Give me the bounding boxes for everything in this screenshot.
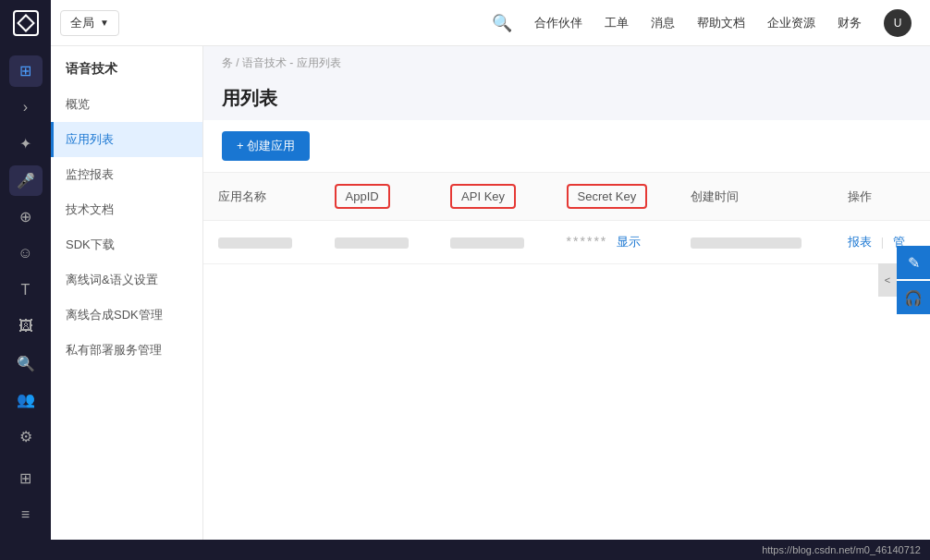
show-secret-link[interactable]: 显示 [617,235,641,249]
table-row: ****** 显示 报表 | 管 [203,221,930,264]
headset-icon: 🎧 [904,289,923,307]
created-masked [691,237,802,249]
nav-partner[interactable]: 合作伙伴 [534,15,582,31]
content-panel: + 创建应用 应用名称 AppID API Key [203,120,930,540]
appid-highlight: AppID [335,184,390,209]
nav-finance[interactable]: 财务 [838,15,862,31]
page-title: 用列表 [222,88,277,108]
table-header-row: 应用名称 AppID API Key Secret Key [203,173,930,221]
nav-message[interactable]: 消息 [651,15,675,31]
toolbar: + 创建应用 [203,120,930,173]
cell-created [676,221,833,264]
sidebar-item-offline-sdk[interactable]: 离线合成SDK管理 [51,298,202,333]
apikey-masked [450,237,524,249]
sidebar-icon-settings[interactable]: ✦ [9,128,43,160]
status-url: https://blog.csdn.net/m0_46140712 [762,544,921,555]
cell-apikey [435,221,552,264]
right-action-panel: < ✎ 🎧 [878,246,930,314]
avatar-text: U [894,17,902,30]
nav-ticket[interactable]: 工单 [605,15,629,31]
sidebar-icon-search[interactable]: 🔍 [9,347,43,379]
sidebar-section-title: 语音技术 [51,46,202,87]
logo-inner [17,14,35,32]
secretkey-highlight: Secret Key [567,184,648,209]
col-appname: 应用名称 [203,173,320,221]
top-nav-right: 🔍 合作伙伴 工单 消息 帮助文档 企业资源 财务 U [492,9,912,37]
sidebar-icon-image[interactable]: 🖼 [9,311,43,343]
sidebar-icon-dashboard[interactable]: ⊞ [9,55,43,87]
headset-action-button[interactable]: 🎧 [897,281,930,314]
sidebar-item-techdoc[interactable]: 技术文档 [51,192,202,227]
cell-appid [320,221,436,264]
sidebar-item-sdk[interactable]: SDK下载 [51,227,202,262]
sidebar-item-overview[interactable]: 概览 [51,87,202,122]
global-selector[interactable]: 全局 ▼ [60,10,119,36]
breadcrumb-part2: 语音技术 - 应用列表 [242,56,341,69]
collapse-icon: < [885,274,890,286]
col-created: 创建时间 [676,173,833,221]
sidebar-icon-gear[interactable]: ⚙ [9,420,43,452]
sidebar-icon-globe[interactable]: ⊕ [9,201,43,233]
sidebar-icon-people[interactable]: 👥 [9,384,43,416]
breadcrumb-part1: 务 [222,56,233,69]
sidebar-icon-text[interactable]: T [9,274,43,306]
logo-shape [13,10,39,36]
secondary-sidebar: 语音技术 概览 应用列表 监控报表 技术文档 SDK下载 离线词&语义设置 离线… [51,46,203,540]
appid-masked [335,237,409,249]
apikey-highlight: API Key [450,184,516,209]
col-appid: AppID [320,173,436,221]
sidebar-icon-mic[interactable]: 🎤 [9,165,43,197]
app-table: 应用名称 AppID API Key Secret Key [203,173,930,264]
top-navigation: 全局 ▼ 🔍 合作伙伴 工单 消息 帮助文档 企业资源 财务 U [0,0,930,46]
nav-enterprise[interactable]: 企业资源 [767,15,815,31]
sidebar-icon-face[interactable]: ☺ [9,238,43,270]
global-label: 全局 [70,15,94,31]
right-action-container: < ✎ 🎧 [878,246,930,314]
chevron-down-icon: ▼ [100,18,109,28]
sidebar-item-applist[interactable]: 应用列表 [51,122,202,157]
sidebar-icon-menu[interactable]: ≡ [9,499,43,530]
content-area: 务 / 语音技术 - 应用列表 用列表 + 创建应用 应用名称 [203,46,930,540]
sidebar-item-monitor[interactable]: 监控报表 [51,157,202,192]
page-header: 用列表 [203,80,930,120]
action-report-link[interactable]: 报表 [848,235,872,249]
col-apikey: API Key [435,173,552,221]
status-bar: https://blog.csdn.net/m0_46140712 [0,540,930,560]
nav-help[interactable]: 帮助文档 [697,15,745,31]
search-icon[interactable]: 🔍 [492,13,512,33]
edit-icon: ✎ [908,254,920,272]
sidebar-icon-expand[interactable]: › [9,92,43,124]
col-actions: 操作 [833,173,930,221]
sidebar-item-offline-words[interactable]: 离线词&语义设置 [51,262,202,298]
edit-action-button[interactable]: ✎ [897,246,930,279]
breadcrumb-sep: / [236,56,242,69]
right-buttons: ✎ 🎧 [897,246,930,314]
secret-value: ****** [567,234,608,249]
sidebar-icon-apps[interactable]: ⊞ [9,463,43,494]
left-sidebar: ⊞ › ✦ 🎤 ⊕ ☺ T 🖼 🔍 👥 ⚙ ⊞ ≡ [0,46,51,540]
col-secretkey: Secret Key [552,173,676,221]
breadcrumb: 务 / 语音技术 - 应用列表 [203,46,930,80]
main-layout: ⊞ › ✦ 🎤 ⊕ ☺ T 🖼 🔍 👥 ⚙ ⊞ ≡ 语音技术 概览 应用列表 监… [0,46,930,540]
sidebar-item-private-deploy[interactable]: 私有部署服务管理 [51,333,202,368]
logo [0,0,51,46]
create-app-button[interactable]: + 创建应用 [222,131,310,161]
cell-appname [203,221,320,264]
appname-masked [218,237,292,249]
cell-secretkey: ****** 显示 [552,221,676,264]
avatar[interactable]: U [884,9,912,37]
collapse-panel-button[interactable]: < [878,263,897,297]
table-container: 应用名称 AppID API Key Secret Key [203,173,930,540]
